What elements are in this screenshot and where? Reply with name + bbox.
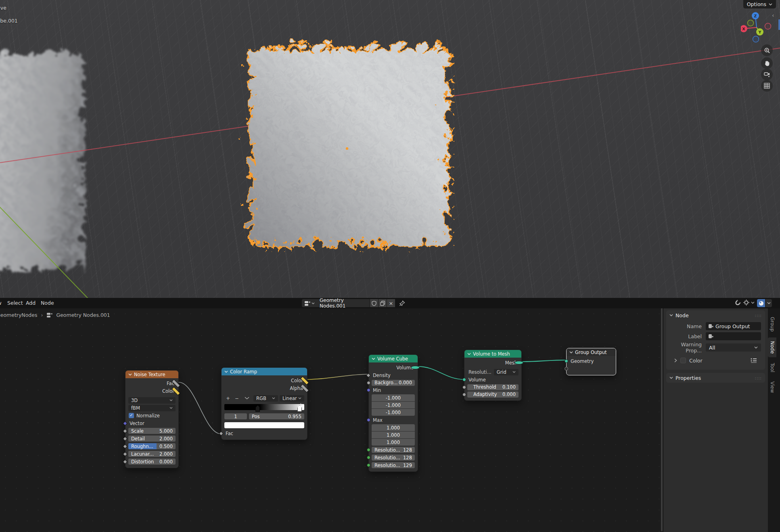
resolution-y-field[interactable]: Resolutio...128 [372, 455, 415, 461]
max-vector-fields[interactable]: 1.000 1.000 1.000 [372, 424, 415, 446]
node-panel-header[interactable]: Node :::: [666, 310, 765, 320]
socket-lacunarity-in[interactable] [123, 452, 127, 456]
node-canvas[interactable]: GeometryNodes › Geometry Nodes.001 Noise… [0, 308, 661, 532]
tab-group[interactable]: Group [768, 313, 776, 335]
min-y-field[interactable]: -1.000 [372, 402, 415, 408]
node-volume-to-mesh[interactable]: Volume to Mesh Mesh Resoluti... Grid Vol… [464, 350, 522, 401]
socket-roughness-in[interactable] [123, 444, 127, 448]
socket-background-in[interactable] [367, 381, 370, 385]
roughness-slider[interactable]: Roughn...0.500 [128, 443, 176, 449]
node-noise-texture[interactable]: Noise Texture Fac Color 3D fBM ✓Normaliz… [125, 370, 179, 468]
gizmo-axis-neg-y[interactable] [748, 20, 754, 26]
socket-geometry-in[interactable] [565, 359, 568, 363]
ramp-options-dropdown[interactable] [245, 397, 249, 400]
selected-volume-mesh[interactable] [220, 24, 470, 271]
threshold-field[interactable]: Threshold0.100 [467, 384, 519, 390]
socket-threshold-in[interactable] [462, 385, 466, 389]
node-name-field[interactable]: Group Output [706, 322, 761, 330]
min-z-field[interactable]: -1.000 [372, 409, 415, 416]
noise-type-dropdown[interactable]: fBM [128, 405, 176, 411]
node-header[interactable]: Group Output [567, 348, 616, 356]
node-header[interactable]: Volume Cube [369, 355, 418, 362]
socket-scale-in[interactable] [123, 429, 127, 433]
adaptivity-field[interactable]: Adaptivity0.000 [467, 392, 519, 398]
min-x-field[interactable]: -1.000 [372, 394, 415, 401]
snap-magnet-icon[interactable] [733, 298, 742, 308]
overlays-dropdown[interactable] [765, 299, 772, 307]
color-checkbox[interactable] [680, 358, 686, 363]
snap-mode-dropdown[interactable] [743, 300, 755, 306]
socket-distortion-in[interactable] [123, 459, 127, 464]
unlink-button[interactable]: × [387, 299, 395, 307]
socket-max-in[interactable] [367, 418, 370, 422]
node-header[interactable]: Volume to Mesh [464, 350, 521, 358]
warning-propagation-dropdown[interactable]: All [706, 343, 761, 352]
datablock-browse-button[interactable] [302, 299, 317, 307]
socket-volume-in[interactable] [462, 378, 466, 381]
datablock-name-field[interactable]: Geometry Nodes.001 [317, 299, 370, 307]
color-mode-dropdown[interactable]: RGB [253, 395, 278, 402]
add-stop-button[interactable]: + [224, 396, 232, 401]
navigation-gizmo[interactable]: Z X Y [741, 9, 776, 44]
ramp-stop-black[interactable] [255, 405, 260, 412]
socket-min-in[interactable] [367, 388, 370, 392]
new-copy-button[interactable] [378, 299, 387, 307]
ortho-toggle-button[interactable] [761, 80, 773, 92]
ramp-stop-white[interactable] [297, 405, 302, 412]
menu-add[interactable]: Add [26, 300, 36, 306]
tab-view[interactable]: View [768, 378, 776, 396]
node-color-ramp[interactable]: Color Ramp Color Alpha + − RGB Linear 1 … [221, 367, 307, 440]
pan-tool-button[interactable] [761, 57, 773, 69]
resolution-z-field[interactable]: Resolutio...129 [372, 462, 415, 468]
remove-stop-button[interactable]: − [233, 396, 240, 401]
zoom-tool-button[interactable] [761, 44, 773, 56]
detail-field[interactable]: Detail2.000 [128, 436, 176, 442]
socket-mesh-out[interactable] [514, 361, 523, 364]
socket-vector-in[interactable] [123, 421, 127, 425]
socket-fac-in[interactable] [219, 431, 223, 436]
resolution-mode-dropdown[interactable]: Grid [494, 369, 519, 375]
socket-detail-in[interactable] [123, 436, 127, 441]
background-field[interactable]: Backgro...0.000 [372, 380, 415, 386]
max-x-field[interactable]: 1.000 [372, 424, 415, 431]
camera-view-button[interactable] [761, 69, 773, 80]
max-y-field[interactable]: 1.000 [372, 431, 415, 438]
node-header[interactable]: Noise Texture [125, 371, 178, 378]
socket-resolution-z-in[interactable] [367, 463, 370, 467]
list-icon[interactable] [751, 358, 757, 363]
stop-index-field[interactable]: 1 [224, 413, 247, 419]
pin-icon[interactable] [399, 300, 405, 306]
gizmo-axis-neg-x[interactable] [765, 23, 771, 29]
tab-tool[interactable]: Tool [768, 359, 776, 376]
collapse-region-icon[interactable]: ‹ [772, 12, 774, 19]
socket-density-in[interactable] [366, 373, 370, 377]
panel-drag-handle[interactable]: :::: [755, 376, 762, 380]
gizmo-axis-neg-z[interactable] [753, 36, 759, 42]
distortion-field[interactable]: Distortion0.000 [128, 459, 176, 465]
menu-view[interactable]: View [0, 300, 2, 306]
socket-virtual-in[interactable] [565, 367, 568, 371]
color-ramp-gradient[interactable] [224, 404, 304, 410]
node-volume-cube[interactable]: Volume Cube Volume Density Backgro...0.0… [368, 354, 418, 472]
max-z-field[interactable]: 1.000 [372, 439, 415, 446]
node-header[interactable]: Color Ramp [222, 368, 307, 375]
socket-resolution-y-in[interactable] [367, 456, 370, 459]
socket-resolution-x-in[interactable] [367, 448, 370, 452]
stop-position-field[interactable]: Pos0.955 [249, 413, 304, 419]
interpolation-dropdown[interactable]: Linear [280, 395, 304, 402]
socket-adaptivity-in[interactable] [462, 393, 466, 396]
tab-node[interactable]: Node [768, 337, 776, 357]
properties-panel-header[interactable]: Properties :::: [666, 373, 765, 383]
min-vector-fields[interactable]: -1.000 -1.000 -1.000 [372, 394, 415, 416]
options-button[interactable]: Options [743, 0, 776, 8]
dimensions-dropdown[interactable]: 3D [128, 397, 176, 404]
resolution-x-field[interactable]: Resolutio...128 [372, 447, 415, 453]
node-label-field[interactable] [706, 332, 761, 340]
3d-viewport[interactable]: User Perspective (1) Cube.001 Options Z … [0, 0, 780, 298]
scale-field[interactable]: Scale5.000 [128, 428, 176, 434]
panel-drag-handle[interactable]: :::: [755, 313, 762, 318]
node-group-output[interactable]: Group Output Geometry [566, 348, 616, 375]
stop-color-swatch[interactable] [224, 422, 304, 428]
normalize-checkbox[interactable]: ✓ [129, 413, 134, 418]
canvas-scrollbar[interactable] [661, 308, 663, 531]
